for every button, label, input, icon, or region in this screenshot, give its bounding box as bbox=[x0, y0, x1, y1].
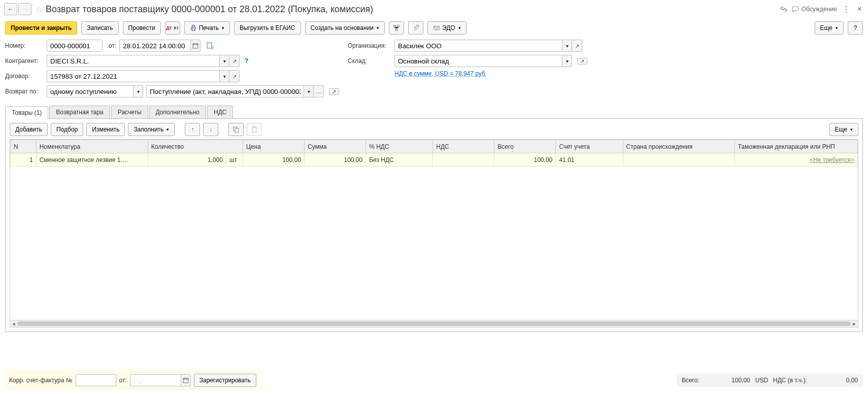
dropdown-icon[interactable]: ▾ bbox=[219, 70, 229, 82]
edo-button[interactable]: ЭДО▾ bbox=[427, 21, 466, 35]
cell-n[interactable]: 1 bbox=[11, 153, 37, 167]
from-label: от: bbox=[109, 42, 116, 49]
dropdown-icon[interactable]: ▾ bbox=[133, 85, 143, 97]
date-field[interactable] bbox=[119, 40, 190, 52]
attach-button[interactable] bbox=[408, 21, 423, 35]
create-based-button[interactable]: Создать на основании▾ bbox=[305, 21, 385, 35]
svg-rect-8 bbox=[193, 44, 198, 48]
help-button[interactable]: ? bbox=[848, 21, 863, 35]
col-qty[interactable]: Количество bbox=[148, 140, 243, 153]
register-button[interactable]: Зарегистрировать bbox=[194, 374, 256, 387]
cell-vat-rate[interactable]: Без НДС bbox=[366, 153, 433, 167]
cell-gtd[interactable]: <Не требуется> bbox=[735, 153, 857, 167]
tab-vat[interactable]: НДС bbox=[207, 106, 233, 118]
write-button[interactable]: Записать bbox=[81, 21, 118, 35]
horizontal-scrollbar[interactable]: ◄ ► bbox=[10, 320, 858, 327]
close-button[interactable]: × bbox=[855, 5, 864, 14]
print-button[interactable]: Печать▾ bbox=[184, 21, 230, 35]
col-n[interactable]: N bbox=[11, 140, 37, 153]
receipt-field[interactable] bbox=[146, 85, 304, 97]
copy-button[interactable] bbox=[228, 123, 244, 136]
cell-item[interactable]: Сменное защитное лезвие 1.… bbox=[36, 153, 148, 167]
tabs: Товары (1) Возвратная тара Расчеты Допол… bbox=[5, 106, 863, 119]
forward-button[interactable]: → bbox=[18, 3, 31, 15]
egais-button[interactable]: Выгрузить в ЕГАИС bbox=[234, 21, 301, 35]
cell-vat[interactable] bbox=[433, 153, 494, 167]
move-up-button[interactable]: ↑ bbox=[185, 123, 200, 136]
dropdown-icon[interactable]: ▾ bbox=[304, 85, 314, 97]
col-price[interactable]: Цена bbox=[243, 140, 304, 153]
col-sum[interactable]: Сумма bbox=[305, 140, 366, 153]
dropdown-icon[interactable]: ▾ bbox=[562, 40, 572, 52]
contract-field[interactable] bbox=[47, 70, 219, 82]
col-vat[interactable]: НДС bbox=[433, 140, 494, 153]
discussion-button[interactable]: Обсуждение bbox=[791, 5, 837, 13]
corr-invoice-number[interactable] bbox=[76, 374, 116, 386]
tab-extra[interactable]: Дополнительно bbox=[149, 106, 206, 118]
col-total[interactable]: Всего bbox=[494, 140, 556, 153]
cell-sum[interactable]: 100,00 bbox=[305, 153, 366, 167]
return-by-field[interactable] bbox=[47, 85, 133, 97]
number-field[interactable] bbox=[47, 40, 103, 52]
change-button[interactable]: Изменить bbox=[86, 123, 125, 136]
cell-total[interactable]: 100,00 bbox=[494, 153, 556, 167]
doc-flow-icon[interactable] bbox=[207, 42, 215, 49]
scroll-left-icon[interactable]: ◄ bbox=[10, 320, 17, 327]
open-icon[interactable]: ↗ bbox=[572, 40, 582, 52]
cell-price[interactable]: 100,00 bbox=[243, 153, 304, 167]
link-icon[interactable] bbox=[779, 5, 788, 14]
open-icon[interactable]: ↗ bbox=[229, 70, 240, 82]
vat-currency-link[interactable]: НДС в сумме, USD = 78,947 руб. bbox=[394, 70, 487, 77]
cell-unit[interactable]: шт bbox=[226, 153, 243, 167]
cell-country[interactable] bbox=[623, 153, 735, 167]
paste-button[interactable] bbox=[247, 123, 262, 136]
calendar-icon[interactable] bbox=[181, 374, 191, 386]
open-icon[interactable]: ↗ bbox=[229, 55, 240, 67]
more-button[interactable]: Еще▾ bbox=[815, 21, 844, 35]
org-field[interactable] bbox=[394, 40, 562, 52]
table-header-row: N Номенклатура Количество Цена Сумма % Н… bbox=[11, 140, 858, 153]
table-more-button[interactable]: Еще▾ bbox=[829, 123, 858, 136]
col-country[interactable]: Страна происхождения bbox=[623, 140, 735, 153]
open-icon[interactable]: ↗ bbox=[577, 58, 587, 64]
back-button[interactable]: ← bbox=[4, 3, 17, 15]
dtkt-button[interactable]: ДтКт bbox=[165, 21, 180, 35]
post-button[interactable]: Провести bbox=[123, 21, 161, 35]
counterparty-field[interactable] bbox=[47, 55, 219, 67]
open-icon[interactable]: ↗ bbox=[329, 88, 339, 95]
col-account[interactable]: Счет учета bbox=[556, 140, 623, 153]
col-gtd[interactable]: Таможенная декларация или РНП bbox=[735, 140, 857, 153]
kebab-menu[interactable]: ⋮ bbox=[840, 5, 852, 14]
tab-calc[interactable]: Расчеты bbox=[111, 106, 148, 118]
svg-rect-11 bbox=[235, 128, 239, 133]
discussion-label: Обсуждение bbox=[802, 6, 837, 13]
cell-qty[interactable]: 1,000 bbox=[148, 153, 226, 167]
col-item[interactable]: Номенклатура bbox=[36, 140, 148, 153]
scroll-right-icon[interactable]: ► bbox=[851, 320, 858, 327]
cell-account[interactable]: 41.01 bbox=[556, 153, 623, 167]
move-down-button[interactable]: ↓ bbox=[203, 123, 218, 136]
pick-button[interactable]: Подбор bbox=[51, 123, 83, 136]
dropdown-icon[interactable]: ▾ bbox=[219, 55, 229, 67]
svg-rect-4 bbox=[394, 25, 396, 27]
form-area: Номер: от: Контрагент: ▾ ↗ bbox=[0, 38, 868, 103]
ellipsis-icon[interactable]: … bbox=[314, 85, 324, 97]
add-button[interactable]: Добавить bbox=[10, 123, 48, 136]
help-icon[interactable]: ? bbox=[243, 57, 250, 64]
scroll-thumb[interactable] bbox=[17, 321, 851, 326]
post-and-close-button[interactable]: Провести и закрыть bbox=[5, 21, 77, 35]
corr-invoice-date[interactable] bbox=[130, 374, 181, 386]
fill-button[interactable]: Заполнить▾ bbox=[128, 123, 175, 136]
star-icon[interactable]: ☆ bbox=[36, 5, 43, 14]
tab-tare[interactable]: Возвратная тара bbox=[49, 106, 110, 118]
goods-table: N Номенклатура Количество Цена Сумма % Н… bbox=[10, 139, 858, 327]
dropdown-icon[interactable]: ▾ bbox=[562, 55, 572, 67]
calendar-icon[interactable] bbox=[190, 40, 201, 52]
corr-invoice-label: Корр. счет-фактура № bbox=[9, 377, 73, 384]
warehouse-field[interactable] bbox=[394, 55, 562, 67]
tab-goods[interactable]: Товары (1) bbox=[5, 106, 48, 119]
structure-button[interactable] bbox=[389, 21, 404, 35]
svg-rect-2 bbox=[192, 25, 194, 27]
col-vat-rate[interactable]: % НДС bbox=[366, 140, 433, 153]
table-row[interactable]: 1 Сменное защитное лезвие 1.… 1,000 шт 1… bbox=[11, 153, 858, 167]
